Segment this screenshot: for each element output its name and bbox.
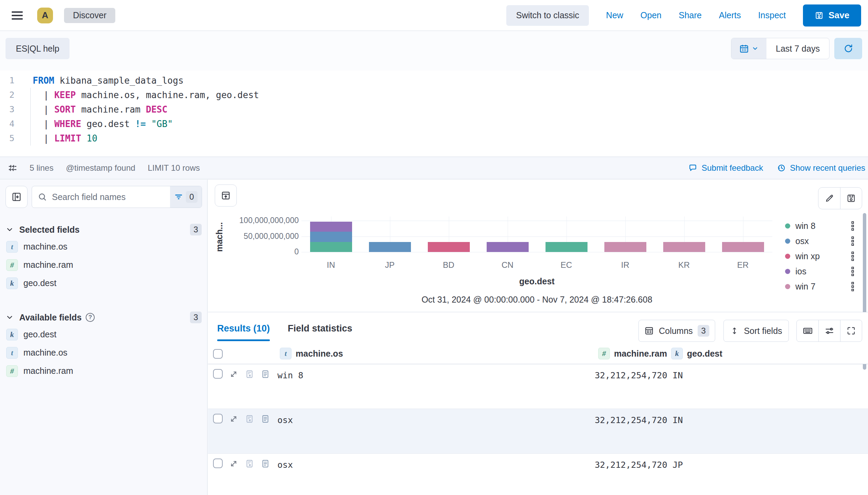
refresh-button[interactable]: [834, 38, 862, 59]
view-details-icon[interactable]: [261, 370, 270, 379]
bar-segment-win-xp[interactable]: [428, 242, 470, 252]
degraded-doc-icon[interactable]: [245, 459, 254, 468]
code-text: | KEEP machine.os, machine.ram, geo.dest: [19, 88, 259, 102]
save-button[interactable]: Save: [803, 4, 861, 27]
degraded-doc-icon[interactable]: [245, 370, 254, 379]
sort-icon: [730, 326, 739, 335]
bar-segment-win-7[interactable]: [604, 242, 646, 252]
avatar[interactable]: A: [37, 8, 53, 23]
menu-icon[interactable]: [12, 9, 25, 22]
bar-segment-win-8[interactable]: [310, 242, 352, 252]
legend-item-win-8[interactable]: win 8: [785, 218, 854, 233]
switch-to-classic-button[interactable]: Switch to classic: [506, 5, 589, 26]
bar-ER[interactable]: [722, 242, 764, 252]
columns-button[interactable]: Columns 3: [638, 320, 715, 342]
edit-chart-button[interactable]: [818, 188, 840, 209]
open-button[interactable]: Open: [641, 10, 661, 20]
field-list-item[interactable]: kgeo.dest: [0, 274, 207, 292]
legend-actions-icon[interactable]: [851, 236, 854, 246]
search-field-names-input[interactable]: [47, 186, 170, 208]
column-header-geo-dest[interactable]: k geo.dest: [671, 348, 722, 359]
alerts-button[interactable]: Alerts: [719, 10, 741, 20]
share-button[interactable]: Share: [679, 10, 702, 20]
submit-feedback-link[interactable]: Submit feedback: [688, 163, 763, 173]
legend-color-dot: [785, 254, 790, 259]
show-recent-queries-link[interactable]: Show recent queries: [777, 163, 865, 173]
esql-editor[interactable]: 1FROM kibana_sample_data_logs2 | KEEP ma…: [0, 71, 868, 157]
top-header: A Discover Switch to classic New Open Sh…: [0, 0, 868, 31]
bar-BD[interactable]: [428, 242, 470, 252]
bar-segment-ios[interactable]: [310, 222, 352, 232]
view-details-icon[interactable]: [261, 414, 270, 423]
editor-settings-icon[interactable]: [8, 163, 17, 173]
bar-segment-ios[interactable]: [487, 242, 529, 252]
expand-row-icon[interactable]: [229, 459, 238, 468]
filter-icon: [174, 192, 183, 201]
fullscreen-button[interactable]: [840, 320, 862, 341]
bar-segment-osx[interactable]: [369, 242, 411, 252]
row-checkbox[interactable]: [213, 369, 223, 379]
keyboard-shortcuts-button[interactable]: [797, 320, 818, 341]
help-icon[interactable]: ?: [86, 313, 95, 322]
legend-actions-icon[interactable]: [851, 282, 854, 291]
field-list-item[interactable]: #machine.ram: [0, 362, 207, 380]
bar-CN[interactable]: [487, 242, 529, 252]
legend-actions-icon[interactable]: [851, 252, 854, 261]
time-range-button[interactable]: Last 7 days: [766, 38, 829, 59]
row-checkbox[interactable]: [213, 459, 223, 468]
cell-machine-ram: 32,212,254,720: [595, 370, 667, 380]
bar-segment-win-8[interactable]: [546, 242, 588, 252]
bar-segment-win-7[interactable]: [663, 242, 705, 252]
bar-IN[interactable]: [310, 222, 352, 252]
esql-help-button[interactable]: ES|QL help: [6, 38, 70, 59]
new-button[interactable]: New: [606, 10, 623, 20]
sidebar-section-header[interactable]: Available fields?3: [6, 312, 202, 323]
code-line[interactable]: 5 | LIMIT 10: [0, 131, 868, 146]
bar-IR[interactable]: [604, 242, 646, 252]
recent-queries-icon: [777, 164, 786, 172]
legend-color-dot: [785, 284, 790, 289]
field-list-item[interactable]: tmachine.os: [0, 238, 207, 256]
column-header-machine-os[interactable]: t machine.os: [280, 348, 343, 359]
code-line[interactable]: 1FROM kibana_sample_data_logs: [0, 73, 868, 88]
expand-row-icon[interactable]: [229, 414, 238, 423]
select-all-checkbox[interactable]: [213, 349, 223, 359]
edit-visualization-shortcut-button[interactable]: [215, 185, 237, 207]
inspect-button[interactable]: Inspect: [758, 10, 786, 20]
view-details-icon[interactable]: [261, 459, 270, 468]
tab-results[interactable]: Results (10): [217, 312, 270, 345]
field-list-item[interactable]: kgeo.dest: [0, 325, 207, 344]
results-grid: win 832,212,254,720INosx32,212,254,720IN…: [208, 364, 868, 495]
legend-item-ios[interactable]: ios: [785, 264, 854, 279]
row-checkbox[interactable]: [213, 414, 223, 423]
field-list-item[interactable]: #machine.ram: [0, 256, 207, 274]
field-list-item[interactable]: tmachine.os: [0, 344, 207, 362]
tab-field-statistics[interactable]: Field statistics: [288, 312, 352, 345]
sort-fields-button[interactable]: Sort fields: [723, 320, 789, 342]
breadcrumb[interactable]: Discover: [64, 8, 115, 23]
collapse-sidebar-button[interactable]: [6, 186, 28, 208]
save-chart-button[interactable]: [840, 188, 862, 209]
code-line[interactable]: 2 | KEEP machine.os, machine.ram, geo.de…: [0, 88, 868, 102]
legend-item-win-xp[interactable]: win xp: [785, 249, 854, 264]
field-filter-button[interactable]: 0: [170, 186, 202, 208]
display-options-button[interactable]: [818, 320, 840, 341]
column-header-machine-ram[interactable]: # machine.ram: [598, 348, 667, 359]
bar-JP[interactable]: [369, 242, 411, 252]
save-icon: [815, 11, 824, 20]
legend-actions-icon[interactable]: [851, 267, 854, 276]
legend-item-osx[interactable]: osx: [785, 233, 854, 249]
bar-segment-osx[interactable]: [310, 232, 352, 242]
sidebar-section-header[interactable]: Selected fields3: [6, 224, 202, 235]
code-line[interactable]: 4 | WHERE geo.dest != "GB": [0, 117, 868, 131]
date-quick-select-button[interactable]: [731, 38, 766, 59]
expand-row-icon[interactable]: [229, 370, 238, 379]
code-line[interactable]: 3 | SORT machine.ram DESC: [0, 102, 868, 117]
degraded-doc-icon[interactable]: [245, 414, 254, 423]
bar-EC[interactable]: [546, 242, 588, 252]
bar-segment-win-7[interactable]: [722, 242, 764, 252]
legend-item-win-7[interactable]: win 7: [785, 279, 854, 294]
bar-chart-plot[interactable]: [301, 221, 772, 252]
legend-actions-icon[interactable]: [851, 221, 854, 231]
bar-KR[interactable]: [663, 242, 705, 252]
